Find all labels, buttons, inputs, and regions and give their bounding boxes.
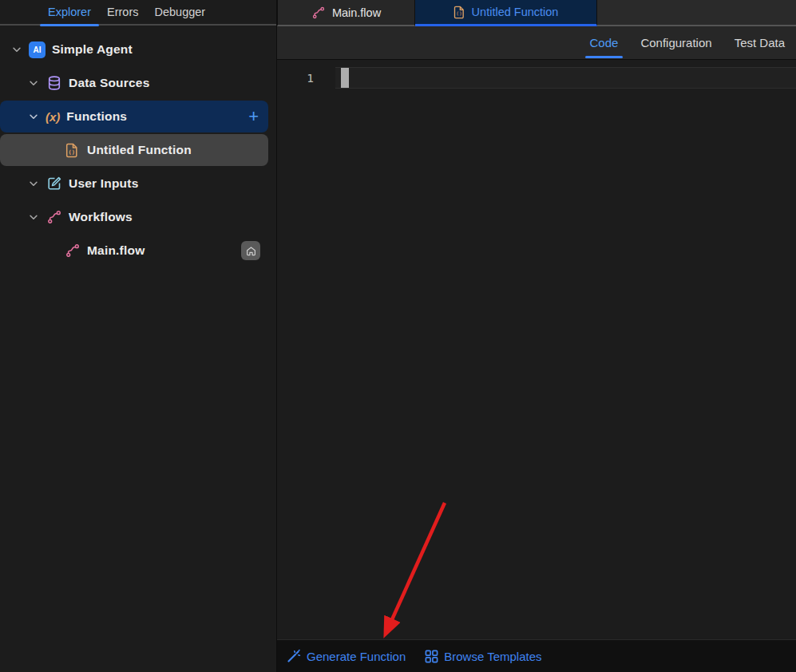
generate-function-button[interactable]: Generate Function xyxy=(287,649,406,663)
editor-tab-bar: Main.flow () Untitled Function xyxy=(277,0,796,26)
chevron-down-icon[interactable] xyxy=(28,111,39,122)
function-file-icon: () xyxy=(453,6,465,19)
tree-item-label: User Inputs xyxy=(69,176,138,191)
add-function-button[interactable]: + xyxy=(248,108,259,125)
ai-agent-icon: AI xyxy=(29,42,46,58)
tree-item-main-flow[interactable]: Main.flow xyxy=(0,235,276,267)
function-file-icon: () xyxy=(64,142,81,159)
tab-explorer[interactable]: Explorer xyxy=(40,0,99,25)
svg-text:(): () xyxy=(456,10,461,16)
edit-pencil-icon xyxy=(46,176,62,192)
editor-tab-label: Untitled Function xyxy=(472,6,559,18)
editor-tab-untitled-function[interactable]: () Untitled Function xyxy=(415,0,597,26)
view-tab-bar: Code Configuration Test Data xyxy=(277,26,796,60)
tree-item-user-inputs[interactable]: User Inputs xyxy=(0,168,276,200)
sidebar: Explorer Errors Debugger AI Simple Agent xyxy=(0,0,277,672)
text-cursor xyxy=(341,68,349,88)
tab-debugger[interactable]: Debugger xyxy=(146,0,213,25)
tab-errors[interactable]: Errors xyxy=(99,0,146,25)
tree-item-label: Main.flow xyxy=(87,243,145,258)
tree-item-label: Simple Agent xyxy=(52,42,133,57)
tab-code[interactable]: Code xyxy=(585,26,624,60)
code-editor[interactable]: 1 xyxy=(277,60,796,639)
chevron-down-icon[interactable] xyxy=(28,77,39,89)
workflow-icon xyxy=(46,209,62,226)
footer-link-label: Generate Function xyxy=(307,650,406,663)
main-panel: Main.flow () Untitled Function Code Conf… xyxy=(277,0,796,672)
editor-footer-bar: Generate Function Browse Templates xyxy=(277,639,796,672)
code-area[interactable] xyxy=(335,60,796,639)
chevron-down-icon[interactable] xyxy=(28,211,39,223)
explorer-tree: AI Simple Agent Data Sources xyxy=(0,26,276,672)
tree-item-label: Workflows xyxy=(69,210,133,224)
svg-text:(): () xyxy=(69,149,75,156)
tab-configuration[interactable]: Configuration xyxy=(636,26,716,60)
tree-item-label: Untitled Function xyxy=(87,143,192,157)
chevron-down-icon[interactable] xyxy=(28,178,39,189)
chevron-down-icon[interactable] xyxy=(11,44,22,55)
tab-test-data[interactable]: Test Data xyxy=(730,26,790,60)
line-number: 1 xyxy=(277,67,335,89)
footer-link-label: Browse Templates xyxy=(444,650,541,663)
magic-wand-icon xyxy=(287,649,301,663)
editor-tab-main-flow[interactable]: Main.flow xyxy=(277,0,415,26)
function-parens-icon: (x) xyxy=(46,109,60,125)
tree-item-label: Data Sources xyxy=(69,76,149,90)
sidebar-tab-bar: Explorer Errors Debugger xyxy=(0,0,276,26)
tree-item-untitled-function[interactable]: () Untitled Function xyxy=(0,134,268,166)
workflow-icon xyxy=(64,243,81,259)
tree-item-label: Functions xyxy=(66,109,127,124)
database-icon xyxy=(46,75,62,92)
home-badge[interactable] xyxy=(241,241,260,260)
tree-item-data-sources[interactable]: Data Sources xyxy=(0,67,276,99)
current-line-highlight xyxy=(335,67,796,89)
tree-item-workflows[interactable]: Workflows xyxy=(0,201,276,233)
tree-item-simple-agent[interactable]: AI Simple Agent xyxy=(0,34,276,65)
browse-templates-button[interactable]: Browse Templates xyxy=(425,650,541,663)
editor-tab-label: Main.flow xyxy=(332,6,381,19)
app-window: Explorer Errors Debugger AI Simple Agent xyxy=(0,0,796,672)
workflow-icon xyxy=(311,6,326,20)
line-number-gutter: 1 xyxy=(277,60,335,639)
tree-item-functions[interactable]: (x) Functions + xyxy=(0,101,268,132)
templates-grid-icon xyxy=(425,650,438,663)
